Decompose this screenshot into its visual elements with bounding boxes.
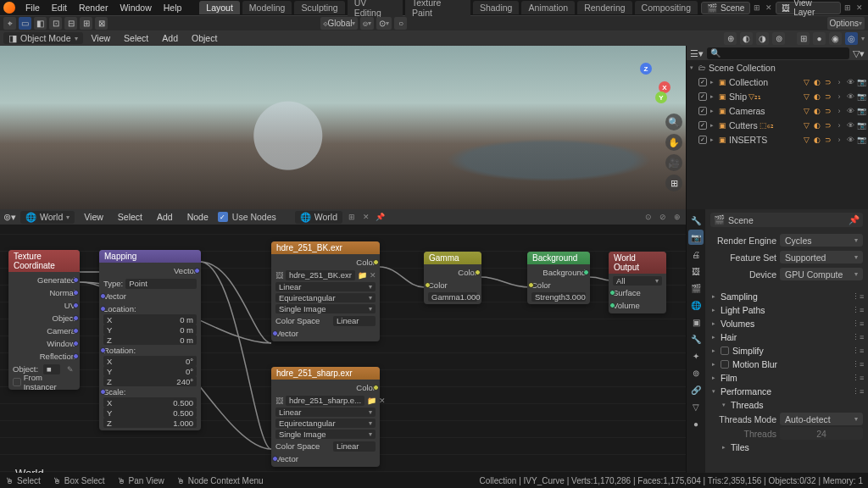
outliner-root[interactable]: ▾🗁 Scene Collection [687, 60, 868, 75]
node-header[interactable]: World Output [609, 252, 666, 274]
prop-tab-particles-icon[interactable]: ✦ [688, 348, 704, 363]
menu-window[interactable]: Window [114, 1, 156, 14]
mod-icon[interactable]: ◐ [812, 135, 822, 145]
visibility-icon[interactable]: 👁 [845, 135, 855, 145]
outliner-item[interactable]: ✓▸▣INSERTS ▽◐⊃›👁📷 [687, 132, 868, 147]
prop-tab-data-icon[interactable]: ▽ [688, 399, 704, 414]
workspace-tab[interactable]: Compositing [635, 1, 698, 14]
socket-in-icon[interactable] [425, 282, 431, 288]
socket-in-icon[interactable] [100, 347, 106, 353]
prop-tab-render-icon[interactable]: 📷 [688, 230, 704, 245]
section-header[interactable]: ▸Simplify⋮≡ [710, 344, 863, 358]
menu-icon[interactable]: ⋮≡ [853, 373, 863, 383]
viewport-menu-view[interactable]: View [86, 31, 116, 45]
source-dropdown[interactable]: Single Image▾ [275, 430, 376, 439]
scene-close-icon[interactable]: ✕ [764, 3, 774, 13]
collection-checkbox[interactable]: ✓ [698, 121, 707, 130]
collection-checkbox[interactable]: ✓ [698, 78, 707, 86]
mod-icon[interactable]: ▽ [801, 77, 811, 87]
node-environment-texture[interactable]: hdre_251_sharp.exr Color 🖼hdre_251_sharp… [271, 367, 380, 467]
snap-dropdown[interactable]: ⌾▾ [360, 17, 374, 30]
projection-dropdown[interactable]: Equirectangular▾ [275, 293, 376, 302]
source-dropdown[interactable]: Single Image▾ [275, 304, 376, 313]
pin-icon[interactable]: 📌 [376, 212, 386, 222]
socket-out-icon[interactable] [73, 302, 79, 308]
node-environment-texture[interactable]: hdre_251_BK.exr Color 🖼hdre_251_BK.exr📁✕… [271, 241, 380, 341]
shading-dropdown-icon[interactable]: ▾ [861, 35, 865, 42]
section-header[interactable]: ▸Light Paths⋮≡ [710, 303, 863, 317]
scene-selector[interactable]: 🎬Scene [701, 2, 750, 14]
socket-in-icon[interactable] [609, 290, 615, 296]
menu-icon[interactable]: ⋮≡ [853, 305, 863, 315]
prop-tab-object-icon[interactable]: ▣ [688, 314, 704, 330]
overlay-icon[interactable]: ◑ [756, 32, 769, 45]
section-header[interactable]: ▾Performance⋮≡ [710, 385, 863, 398]
vector-component-field[interactable]: X0° [103, 356, 197, 366]
socket-out-icon[interactable] [73, 277, 79, 283]
feature-set-dropdown[interactable]: Supported▾ [780, 251, 863, 263]
axis-y-icon[interactable]: Y [655, 92, 667, 103]
render-icon[interactable]: 📷 [856, 135, 866, 145]
section-header[interactable]: ▸Film⋮≡ [710, 371, 863, 385]
render-engine-dropdown[interactable]: Cycles▾ [780, 234, 863, 247]
chevron-right-icon[interactable]: › [834, 135, 844, 145]
node-menu-node[interactable]: Node [182, 210, 214, 224]
mod-icon[interactable]: ◐ [812, 120, 822, 130]
target-dropdown[interactable]: All▾ [613, 276, 662, 286]
socket-out-icon[interactable] [73, 341, 79, 347]
options-dropdown[interactable]: Options ▾ [827, 17, 865, 30]
filter-icon[interactable]: ▽▾ [853, 48, 865, 58]
section-header[interactable]: ▸Motion Blur⋮≡ [710, 358, 863, 371]
world-datablock[interactable]: 🌐World [295, 211, 342, 224]
pin-icon[interactable]: 📌 [849, 214, 860, 225]
workspace-tab-layout[interactable]: Layout [199, 1, 240, 14]
layer-close-icon[interactable]: ✕ [854, 3, 865, 13]
section-header[interactable]: ▸Hair⋮≡ [710, 330, 863, 344]
socket-out-icon[interactable] [194, 268, 200, 274]
collection-checkbox[interactable]: ✓ [698, 92, 707, 101]
node-header[interactable]: hdre_251_sharp.exr [271, 367, 380, 380]
scene-browse-icon[interactable]: ⊞ [752, 3, 762, 13]
menu-icon[interactable]: ⋮≡ [853, 291, 863, 302]
layer-browse-icon[interactable]: ⊞ [843, 3, 853, 13]
workspace-tab[interactable]: Rendering [577, 1, 632, 14]
select-tool-icon[interactable]: ▭ [19, 17, 31, 30]
menu-render[interactable]: Render [74, 1, 113, 14]
menu-icon[interactable]: ⋮≡ [853, 332, 863, 342]
orientation-dropdown[interactable]: ⟐ Global ▾ [320, 17, 359, 30]
section-checkbox[interactable] [721, 347, 729, 355]
socket-out-icon[interactable] [73, 328, 79, 334]
socket-in-icon[interactable] [609, 302, 615, 308]
tool-icon[interactable]: ⊠ [95, 17, 108, 30]
node-menu-select[interactable]: Select [113, 210, 147, 224]
pivot-dropdown[interactable]: ⊙▾ [376, 17, 392, 30]
socket-in-icon[interactable] [100, 293, 106, 299]
subsection-header[interactable]: ▸Tiles [710, 441, 863, 454]
mod-icon[interactable]: ◐ [812, 77, 822, 87]
viewlayer-selector[interactable]: 🖼View Layer [776, 2, 841, 14]
colorspace-dropdown[interactable]: Linear [333, 441, 376, 452]
mod-icon[interactable]: ⊃ [823, 135, 833, 145]
prop-tab-viewlayer-icon[interactable]: 🖼 [688, 263, 704, 279]
visibility-icon[interactable]: 👁 [845, 92, 855, 102]
proportional-icon[interactable]: ○ [394, 17, 407, 30]
close-icon[interactable]: ✕ [379, 396, 386, 406]
viewport-menu-select[interactable]: Select [119, 31, 153, 45]
mod-icon[interactable]: ▽ [801, 135, 811, 145]
shader-type-dropdown[interactable]: 🌐World▾ [20, 211, 75, 224]
mod-icon[interactable]: ▽ [801, 92, 811, 102]
outliner-search-input[interactable]: 🔍 [707, 47, 849, 59]
prop-tab-physics-icon[interactable]: ⊚ [688, 365, 704, 380]
node-canvas[interactable]: Texture Coordinate GeneratedNormalUVObje… [0, 225, 686, 488]
vector-component-field[interactable]: Z0 m [103, 335, 197, 345]
tool-icon[interactable]: ◧ [34, 17, 47, 30]
socket-out-icon[interactable] [583, 269, 589, 275]
prop-tab-material-icon[interactable]: ● [688, 416, 704, 431]
menu-file[interactable]: File [20, 1, 45, 14]
subsection-header[interactable]: ▾Threads [710, 398, 863, 412]
nav-gizmo[interactable]: Z X Y [628, 63, 670, 105]
outliner-item[interactable]: ✓▸▣Ship ▽₂₁▽◐⊃›👁📷 [687, 89, 868, 103]
chevron-right-icon[interactable]: › [834, 92, 844, 102]
mod-icon[interactable]: ◐ [812, 106, 822, 116]
node-header[interactable]: Texture Coordinate [8, 250, 80, 272]
